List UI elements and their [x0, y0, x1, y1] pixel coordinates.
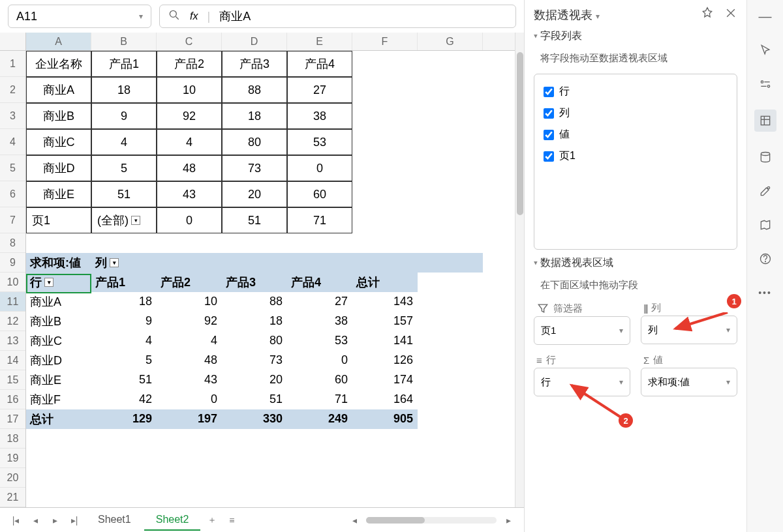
field-list-item[interactable]: 页1 — [544, 145, 728, 167]
cell[interactable]: 51 — [222, 207, 287, 233]
chevron-down-icon[interactable]: ▾ — [139, 12, 143, 21]
cell[interactable]: 0 — [287, 155, 352, 181]
row-header[interactable]: 18 — [0, 429, 25, 449]
cell[interactable]: 18 — [91, 77, 157, 103]
chevron-down-icon[interactable]: ▾ — [619, 377, 623, 387]
column-header[interactable]: D — [222, 33, 287, 50]
row-header[interactable]: 5 — [0, 155, 25, 181]
hscroll-thumb[interactable] — [366, 517, 425, 524]
cell[interactable]: 0 — [287, 351, 352, 370]
cell[interactable]: 商业C — [26, 331, 91, 351]
cell[interactable]: 51 — [222, 390, 287, 409]
cell[interactable]: 4 — [91, 331, 157, 351]
column-headers[interactable]: ABCDEFG — [26, 33, 515, 51]
cell[interactable] — [418, 253, 483, 273]
cell[interactable]: 产品3 — [222, 51, 287, 77]
cell[interactable] — [418, 77, 483, 103]
cell[interactable]: 60 — [287, 181, 352, 207]
cell[interactable]: 18 — [222, 312, 287, 331]
cell[interactable] — [352, 181, 418, 207]
cell[interactable]: 51 — [91, 181, 157, 207]
cell[interactable]: 126 — [352, 351, 418, 370]
row-header[interactable]: 11 — [0, 292, 25, 312]
cell[interactable]: 产品4 — [287, 273, 352, 292]
cell[interactable] — [352, 51, 418, 77]
column-area-box[interactable]: 列▾ — [641, 316, 737, 344]
field-checkbox[interactable] — [544, 108, 554, 119]
cell[interactable] — [352, 129, 418, 155]
tab-nav-next-icon[interactable]: ▸ — [47, 512, 63, 528]
cell[interactable]: 73 — [222, 155, 287, 181]
cell[interactable]: 38 — [287, 312, 352, 331]
cell[interactable]: 27 — [287, 292, 352, 312]
cell[interactable]: 列▾ — [91, 253, 157, 273]
tab-nav-first-icon[interactable]: |◂ — [8, 512, 23, 528]
cell[interactable]: 71 — [287, 207, 352, 233]
add-sheet-button[interactable]: ＋ — [204, 512, 220, 528]
cell[interactable]: 53 — [287, 129, 352, 155]
settings-icon[interactable] — [757, 76, 774, 93]
cell[interactable]: 5 — [91, 155, 157, 181]
pivot-table-icon[interactable] — [754, 110, 776, 132]
cell[interactable]: 197 — [157, 409, 222, 429]
scrollbar-thumb[interactable] — [517, 52, 523, 215]
column-header[interactable]: A — [26, 33, 91, 50]
cell[interactable] — [418, 409, 483, 429]
row-header[interactable]: 2 — [0, 77, 25, 103]
cell[interactable]: 商业B — [26, 103, 91, 129]
close-icon[interactable] — [724, 7, 737, 23]
cell[interactable]: 0 — [157, 207, 222, 233]
minimize-icon[interactable]: — — [757, 8, 774, 25]
cell[interactable]: 产品2 — [157, 273, 222, 292]
field-checkbox[interactable] — [544, 151, 554, 162]
cell[interactable] — [418, 370, 483, 390]
cell[interactable]: 88 — [222, 77, 287, 103]
cell[interactable] — [418, 273, 483, 292]
row-header[interactable]: 8 — [0, 233, 25, 253]
cell[interactable] — [418, 292, 483, 312]
cell[interactable]: 4 — [91, 129, 157, 155]
cell[interactable]: 43 — [157, 370, 222, 390]
field-list-item[interactable]: 値 — [544, 124, 728, 145]
row-header[interactable]: 3 — [0, 103, 25, 129]
cell[interactable]: 4 — [157, 331, 222, 351]
data-icon[interactable] — [757, 149, 774, 166]
cell[interactable]: 总计 — [26, 409, 91, 429]
cell[interactable]: 9 — [91, 103, 157, 129]
cell[interactable]: 174 — [352, 370, 418, 390]
cell[interactable]: 企业名称 — [26, 51, 91, 77]
cell[interactable]: 20 — [222, 181, 287, 207]
horizontal-scrollbar[interactable] — [366, 517, 497, 524]
field-list-item[interactable]: 列 — [544, 102, 728, 124]
cell[interactable] — [418, 181, 483, 207]
column-header[interactable]: E — [287, 33, 352, 50]
tools-icon[interactable] — [757, 183, 774, 200]
cell[interactable]: 48 — [157, 351, 222, 370]
sheet-menu-icon[interactable]: ≡ — [224, 512, 239, 528]
cell[interactable]: 商业A — [26, 292, 91, 312]
cell[interactable]: 10 — [157, 77, 222, 103]
cell[interactable] — [418, 331, 483, 351]
cell[interactable]: 80 — [222, 331, 287, 351]
cell[interactable] — [418, 103, 483, 129]
row-header[interactable]: 12 — [0, 312, 25, 331]
tab-nav-last-icon[interactable]: ▸| — [67, 512, 82, 528]
cell[interactable]: 27 — [287, 77, 352, 103]
cell[interactable] — [287, 253, 352, 273]
cell[interactable] — [352, 155, 418, 181]
cell[interactable]: 总计 — [352, 273, 418, 292]
cell[interactable]: 商业F — [26, 390, 91, 409]
chevron-down-icon[interactable]: ▾ — [726, 325, 730, 334]
cell[interactable] — [418, 155, 483, 181]
field-checkbox[interactable] — [544, 130, 554, 140]
area-section-title[interactable]: 数据透视表区域 — [534, 256, 737, 270]
help-icon[interactable] — [757, 250, 774, 267]
cell[interactable] — [352, 77, 418, 103]
search-icon[interactable] — [168, 8, 181, 25]
select-all-corner[interactable] — [0, 33, 25, 51]
dropdown-icon[interactable]: ▾ — [110, 258, 119, 267]
cell[interactable]: 330 — [222, 409, 287, 429]
cell[interactable] — [352, 103, 418, 129]
filter-area-box[interactable]: 页1▾ — [534, 316, 630, 345]
cell[interactable]: 20 — [222, 370, 287, 390]
